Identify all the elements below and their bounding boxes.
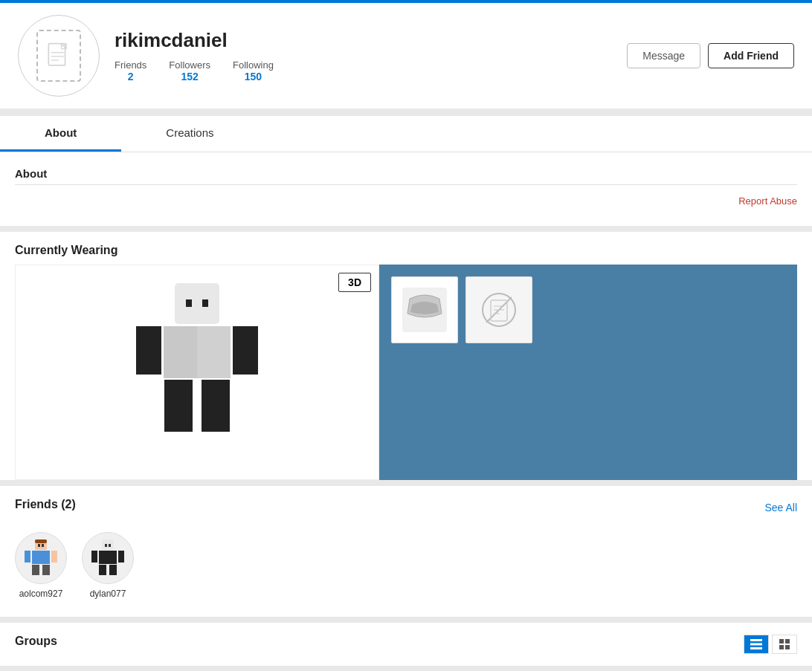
btn-3d-toggle[interactable]: 3D — [338, 273, 371, 292]
profile-stats: Friends 2 Followers 152 Following 150 — [115, 59, 612, 82]
item-2-placeholder-icon — [473, 284, 525, 336]
view-list-button[interactable] — [744, 635, 769, 654]
groups-header: Groups — [15, 635, 797, 654]
friend-1-avatar-icon — [19, 536, 63, 580]
svg-rect-0 — [48, 44, 65, 65]
profile-username: rikimcdaniel — [115, 29, 612, 52]
svg-rect-40 — [750, 644, 762, 646]
item-1-icon — [399, 284, 451, 336]
svg-rect-7 — [202, 299, 208, 307]
character-svg — [123, 276, 271, 469]
svg-rect-33 — [91, 551, 97, 563]
about-label: About — [15, 160, 797, 184]
document-icon — [45, 42, 72, 69]
wearing-item-2[interactable] — [465, 276, 532, 343]
friends-title: Friends (2) — [15, 498, 76, 511]
friend-2-avatar-icon — [86, 536, 130, 580]
grid-view-icon — [779, 639, 790, 649]
wearing-container: 3D — [15, 265, 797, 480]
svg-rect-32 — [99, 551, 117, 564]
stat-friends[interactable]: Friends 2 — [115, 59, 146, 82]
friend-name-aolcom927: aolcom927 — [19, 589, 63, 599]
svg-rect-31 — [102, 539, 114, 550]
svg-rect-27 — [42, 565, 50, 575]
svg-rect-25 — [51, 551, 57, 563]
add-friend-button[interactable]: Add Friend — [708, 43, 794, 68]
about-section: About Report Abuse — [0, 152, 812, 226]
wearing-items-panel — [379, 265, 797, 480]
svg-rect-5 — [175, 283, 219, 324]
svg-rect-6 — [186, 299, 192, 307]
tab-creations[interactable]: Creations — [121, 116, 258, 152]
view-grid-button[interactable] — [772, 635, 797, 654]
avatar-placeholder — [36, 30, 81, 82]
friend-name-dylan077: dylan077 — [90, 589, 126, 599]
svg-rect-35 — [99, 565, 106, 575]
profile-actions: Message Add Friend — [627, 43, 794, 68]
friends-header: Friends (2) See All — [15, 498, 797, 517]
svg-rect-41 — [750, 647, 762, 649]
svg-rect-10 — [233, 326, 258, 375]
svg-rect-43 — [785, 639, 790, 644]
see-all-friends-link[interactable]: See All — [764, 502, 797, 513]
message-button[interactable]: Message — [627, 43, 700, 68]
friend-avatar-aolcom927 — [15, 532, 67, 584]
avatar — [18, 15, 100, 97]
groups-section: Groups — [0, 623, 812, 666]
view-toggle — [744, 635, 797, 654]
svg-rect-44 — [779, 645, 784, 649]
groups-title: Groups — [15, 635, 57, 648]
svg-rect-24 — [25, 551, 30, 563]
svg-rect-29 — [38, 544, 40, 547]
profile-header: rikimcdaniel Friends 2 Followers 152 Fol… — [0, 3, 812, 108]
profile-info: rikimcdaniel Friends 2 Followers 152 Fol… — [115, 29, 612, 82]
svg-rect-9 — [136, 326, 161, 375]
wearing-3d-view: 3D — [15, 265, 379, 480]
stat-following[interactable]: Following 150 — [233, 59, 274, 82]
svg-rect-34 — [118, 551, 124, 563]
about-content-box: Report Abuse — [15, 184, 797, 214]
currently-wearing-title: Currently Wearing — [15, 244, 797, 257]
friends-list: aolcom927 — [15, 526, 797, 605]
svg-rect-13 — [164, 326, 197, 378]
svg-rect-11 — [164, 380, 193, 432]
svg-rect-37 — [105, 544, 107, 547]
svg-rect-23 — [32, 551, 50, 564]
tabs-bar: About Creations — [0, 116, 812, 152]
friend-avatar-dylan077 — [82, 532, 134, 584]
main-content: About Report Abuse Currently Wearing — [0, 152, 812, 671]
svg-rect-28 — [35, 539, 47, 543]
friends-section: Friends (2) See All — [0, 486, 812, 617]
stat-followers[interactable]: Followers 152 — [169, 59, 210, 82]
svg-rect-39 — [750, 639, 762, 641]
friend-item-dylan077[interactable]: dylan077 — [82, 532, 134, 599]
list-view-icon — [750, 639, 762, 649]
currently-wearing-section: Currently Wearing — [0, 232, 812, 480]
svg-rect-38 — [109, 544, 111, 547]
wearing-item-1[interactable] — [391, 276, 458, 343]
tab-about[interactable]: About — [0, 116, 121, 152]
svg-rect-26 — [32, 565, 39, 575]
friend-item-aolcom927[interactable]: aolcom927 — [15, 532, 67, 599]
svg-rect-45 — [785, 645, 790, 649]
svg-rect-36 — [109, 565, 117, 575]
report-abuse-link[interactable]: Report Abuse — [15, 192, 797, 207]
svg-rect-42 — [779, 639, 784, 644]
svg-rect-12 — [202, 380, 230, 432]
svg-rect-30 — [42, 544, 44, 547]
